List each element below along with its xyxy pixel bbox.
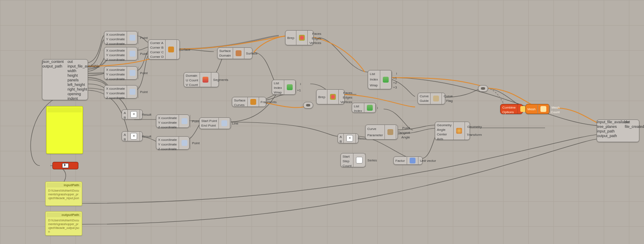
mj-mesh[interactable]: Mesh xyxy=(527,107,536,112)
relay-2[interactable] xyxy=(478,85,488,92)
pt2-x[interactable]: X coordinate xyxy=(106,48,125,53)
ssplit-curves[interactable]: Curves xyxy=(234,103,246,107)
out-script-out2[interactable]: file_created xyxy=(625,125,639,129)
mulB-result[interactable]: Result xyxy=(142,134,151,139)
mj-count[interactable]: Count xyxy=(551,110,560,114)
isotrim-surface[interactable]: Surface xyxy=(219,49,231,53)
srf4pt-corner-a[interactable]: Corner A xyxy=(150,41,164,45)
pt4-out[interactable]: Point xyxy=(140,90,148,94)
ghpython-input-script[interactable]: json_content output_path out input_file_… xyxy=(42,59,88,100)
mulA-a[interactable]: A xyxy=(124,111,126,115)
mulA-result[interactable]: Result xyxy=(142,112,151,117)
pt3-out[interactable]: Point xyxy=(140,71,148,75)
isotrim-domain[interactable]: Domain xyxy=(219,53,231,58)
pt2-z[interactable]: Z coordinate xyxy=(106,57,125,62)
deconstruct-brep-2[interactable]: Brep Faces Edges Vertices xyxy=(316,89,345,104)
pt6-x[interactable]: X coordinate xyxy=(158,138,177,142)
ec-angle[interactable]: Angle xyxy=(398,135,410,140)
divide-domain2[interactable]: Domain U Count V Count Segments xyxy=(184,72,219,87)
dbrep1-brep[interactable]: Brep xyxy=(287,36,294,40)
pt2-out[interactable]: Point xyxy=(140,52,148,56)
dbrep2-brep[interactable]: Brep xyxy=(318,95,325,99)
out-height[interactable]: height xyxy=(68,73,88,78)
multiply-c[interactable]: AB × Result xyxy=(338,133,358,143)
out-script-in3[interactable]: input_path xyxy=(597,129,621,134)
dbrep2-e[interactable]: Edges xyxy=(340,95,352,100)
surface-split[interactable]: Surface Curves Fragments xyxy=(232,97,266,107)
rot-axis[interactable]: Axis xyxy=(437,137,452,141)
panel-output-path[interactable]: outputPath D:\\Users\\Adrian\\Documents\… xyxy=(45,211,82,236)
dbrep1-v[interactable]: Vertices xyxy=(309,41,321,45)
out-out[interactable]: out xyxy=(68,60,88,64)
rotate-axis[interactable]: Geometry Angle Center Axis Geometry Tran… xyxy=(435,122,470,140)
li2-index[interactable]: Index xyxy=(370,77,378,82)
line-out[interactable]: Line xyxy=(232,121,238,126)
out-input-file-available[interactable]: input_file_available xyxy=(68,64,88,69)
dd2-segments[interactable]: Segments xyxy=(213,78,228,82)
srf4pt-corner-c[interactable]: Corner C xyxy=(150,50,164,55)
dbrep1-f[interactable]: Faces xyxy=(309,31,321,36)
li1-list[interactable]: List xyxy=(274,81,282,86)
entwine[interactable]: Combine Options List xyxy=(500,104,523,114)
rot-out-geom[interactable]: Geometry xyxy=(467,125,482,129)
flip-curve[interactable]: Curve Guide Curve Flag xyxy=(418,93,445,104)
li2-i3[interactable]: +3 xyxy=(393,85,397,90)
rot-angle[interactable]: Angle xyxy=(437,127,452,132)
mulB-a[interactable]: A xyxy=(124,132,126,137)
out-width[interactable]: width xyxy=(68,69,88,73)
series-count[interactable]: Count xyxy=(343,164,351,168)
rot-transform[interactable]: Transform xyxy=(467,132,482,137)
data-dam[interactable] xyxy=(52,162,78,169)
li3-index[interactable]: Index xyxy=(354,109,362,113)
pt4-z[interactable]: Z coordinate xyxy=(106,96,125,100)
pt1-out[interactable]: Point xyxy=(140,36,148,40)
li2-list[interactable]: List xyxy=(370,72,378,76)
pt6-out[interactable]: Point xyxy=(192,141,200,145)
ghpython-output-script[interactable]: input_file_available tree_planes input_p… xyxy=(597,119,639,142)
out-indent[interactable]: indent xyxy=(68,96,88,101)
srf4pt-corner-d[interactable]: Corner D xyxy=(150,55,164,59)
li3-list[interactable]: List xyxy=(354,104,362,109)
series-start[interactable]: Start xyxy=(343,154,351,159)
series-step[interactable]: Step xyxy=(343,159,351,164)
ec-point[interactable]: Point xyxy=(398,126,410,130)
li3-i[interactable]: i xyxy=(377,106,378,110)
multiply-b[interactable]: AB × Result xyxy=(122,131,143,141)
ent-combine[interactable]: Combine xyxy=(502,105,516,110)
deconstruct-brep-1[interactable]: Brep Faces Edges Vertices xyxy=(285,30,314,45)
pt2-y[interactable]: Y coordinate xyxy=(106,53,125,57)
li2-i2[interactable]: +2 xyxy=(393,80,397,85)
mulC-b[interactable]: B xyxy=(340,139,342,144)
construct-point-3[interactable]: X coordinateY coordinateZ coordinatePoin… xyxy=(104,66,138,80)
out-script-in2[interactable]: tree_planes xyxy=(597,125,621,129)
out-left-height[interactable]: left_height xyxy=(68,83,88,87)
dd2-u[interactable]: U Count xyxy=(186,78,198,83)
pt6-y[interactable]: Y coordinate xyxy=(158,142,177,147)
surface-4pt[interactable]: Corner A Corner B Corner C Corner D Surf… xyxy=(148,39,180,60)
pt5-out[interactable]: Point xyxy=(192,119,200,124)
line-2pt[interactable]: Start Point End Point Line xyxy=(199,117,231,129)
fc-out-curve[interactable]: Curve xyxy=(444,94,452,99)
pt1-y[interactable]: Y coordinate xyxy=(106,37,125,42)
out-opening[interactable]: opening xyxy=(68,92,88,96)
ec-curve[interactable]: Curve xyxy=(367,127,383,131)
list-item-1[interactable]: List Index Wrap i +1 xyxy=(272,80,296,95)
uv-factor[interactable]: Factor xyxy=(395,158,405,163)
port-json-content[interactable]: json_content xyxy=(42,60,62,64)
pt3-z[interactable]: Z coordinate xyxy=(106,77,125,81)
out-script-in1[interactable]: input_file_available xyxy=(597,120,621,125)
rot-geom[interactable]: Geometry xyxy=(437,123,452,127)
panel-big[interactable] xyxy=(46,106,83,154)
dbrep1-e[interactable]: Edges xyxy=(309,36,321,41)
li2-i1[interactable]: +1 xyxy=(393,76,397,80)
line-start[interactable]: Start Point xyxy=(201,119,217,123)
construct-point-5[interactable]: X coordinateY coordinateZ coordinatePoin… xyxy=(156,114,190,128)
ent-options[interactable]: Options xyxy=(502,110,516,114)
ssplit-surface[interactable]: Surface xyxy=(234,98,246,103)
evaluate-curve[interactable]: Curve Parameter Point Tangent Angle xyxy=(365,125,398,140)
out-script-out1[interactable]: out xyxy=(625,120,639,125)
list-item-2[interactable]: List Index Wrap i +1 +2 +3 xyxy=(368,70,392,89)
li1-i1[interactable]: +1 xyxy=(297,88,301,93)
mesh-join[interactable]: Mesh Mesh Count xyxy=(525,104,550,114)
out-script-in4[interactable]: output_path xyxy=(597,134,621,138)
